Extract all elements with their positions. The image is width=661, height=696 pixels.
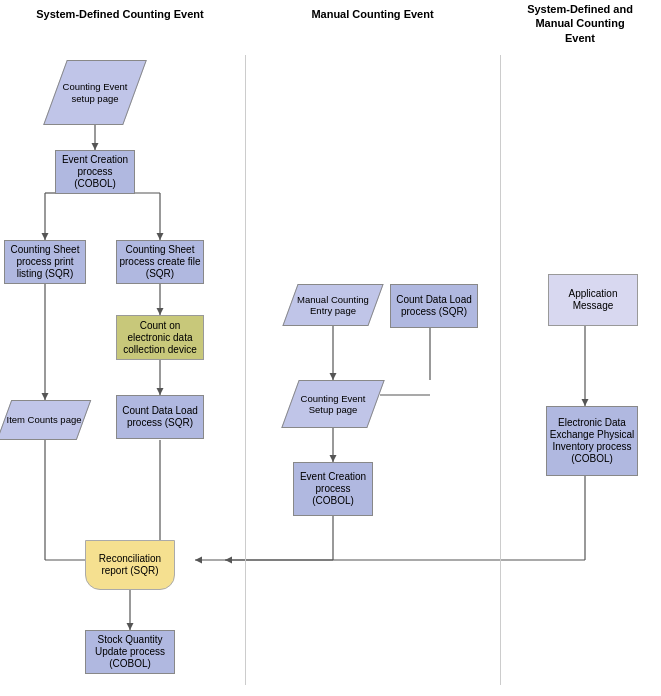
count-data-load-2-label: Count Data Load process (SQR) xyxy=(391,294,477,318)
counting-sheet-print-shape: Counting Sheet process print listing (SQ… xyxy=(4,240,86,284)
count-data-load-2-shape: Count Data Load process (SQR) xyxy=(390,284,478,328)
stock-quantity-label: Stock Quantity Update process (COBOL) xyxy=(86,634,174,670)
item-counts-shape: Item Counts page xyxy=(4,400,84,440)
manual-counting-entry-shape: Manual Counting Entry page xyxy=(290,284,376,326)
header-col2: Manual Counting Event xyxy=(250,8,495,20)
counting-sheet-print-label: Counting Sheet process print listing (SQ… xyxy=(5,244,85,280)
edi-process-shape: Electronic Data Exchange Physical Invent… xyxy=(546,406,638,476)
reconciliation-label: Reconciliation report (SQR) xyxy=(86,553,174,577)
divider-1 xyxy=(245,55,246,685)
counting-sheet-file-shape: Counting Sheet process create file (SQR) xyxy=(116,240,204,284)
counting-event-setup-label: Counting Event setup page xyxy=(55,79,135,106)
event-creation-2-label: Event Creation process (COBOL) xyxy=(294,471,372,507)
item-counts-label: Item Counts page xyxy=(7,414,82,425)
divider-2 xyxy=(500,55,501,685)
diagram-container: System-Defined Counting Event Manual Cou… xyxy=(0,0,661,696)
counting-event-setup2-label: Counting Event Setup page xyxy=(290,393,376,416)
edi-process-label: Electronic Data Exchange Physical Invent… xyxy=(547,417,637,465)
count-data-load-1-label: Count Data Load process (SQR) xyxy=(117,405,203,429)
count-data-load-1-shape: Count Data Load process (SQR) xyxy=(116,395,204,439)
header-col3: System-Defined and Manual Counting Event xyxy=(505,2,655,45)
application-message-label: Application Message xyxy=(549,288,637,312)
event-creation-1-label: Event Creation process (COBOL) xyxy=(56,154,134,190)
counting-event-setup-shape: Counting Event setup page xyxy=(55,60,135,125)
reconciliation-shape: Reconciliation report (SQR) xyxy=(85,540,175,590)
application-message-shape: Application Message xyxy=(548,274,638,326)
counting-event-setup2-shape: Counting Event Setup page xyxy=(290,380,376,428)
event-creation-1-shape: Event Creation process (COBOL) xyxy=(55,150,135,194)
stock-quantity-shape: Stock Quantity Update process (COBOL) xyxy=(85,630,175,674)
count-on-device-label: Count on electronic data collection devi… xyxy=(117,320,203,356)
counting-sheet-file-label: Counting Sheet process create file (SQR) xyxy=(117,244,203,280)
manual-counting-entry-label: Manual Counting Entry page xyxy=(290,294,376,317)
event-creation-2-shape: Event Creation process (COBOL) xyxy=(293,462,373,516)
count-on-device-shape: Count on electronic data collection devi… xyxy=(116,315,204,360)
header-col1: System-Defined Counting Event xyxy=(5,8,235,20)
